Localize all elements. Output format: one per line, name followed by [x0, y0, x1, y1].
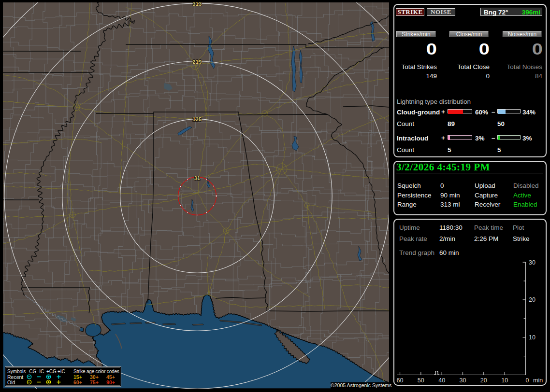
- svg-text:219: 219: [192, 59, 202, 65]
- svg-text:0: 0: [526, 377, 529, 384]
- svg-text:20: 20: [529, 296, 536, 303]
- svg-text:20: 20: [480, 377, 487, 384]
- svg-text:30: 30: [529, 259, 536, 266]
- svg-text:min: min: [533, 377, 543, 384]
- svg-text:125: 125: [192, 116, 202, 122]
- svg-text:30: 30: [460, 377, 466, 384]
- svg-text:40: 40: [438, 377, 445, 384]
- svg-text:31: 31: [194, 175, 201, 181]
- svg-text:313: 313: [192, 2, 202, 7]
- svg-text:50: 50: [418, 377, 424, 384]
- svg-text:60: 60: [397, 377, 404, 384]
- svg-text:10: 10: [501, 377, 508, 384]
- svg-text:10: 10: [529, 334, 536, 341]
